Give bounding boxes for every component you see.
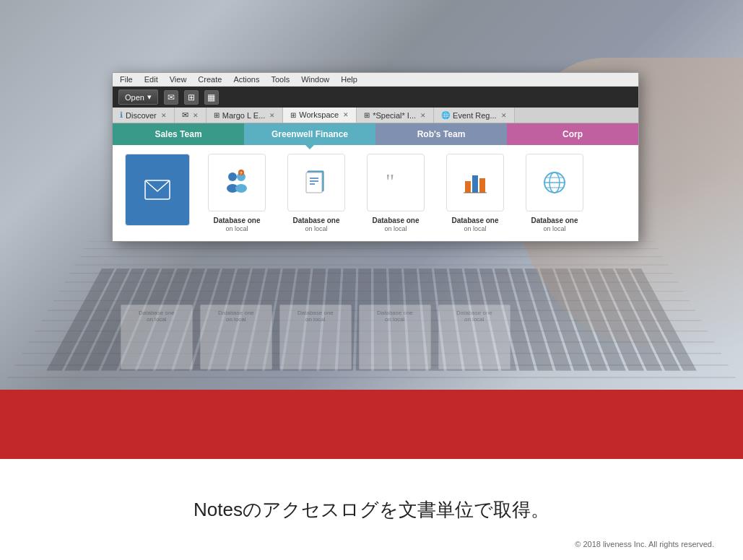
reflection-area: on local Database one on local Database … <box>112 296 639 382</box>
tab-close-event[interactable]: ✕ <box>501 112 507 119</box>
toolbar-calendar-icon[interactable]: ⊞ <box>184 90 199 105</box>
ghost-item-4: on local Database one <box>359 305 431 369</box>
team-tab-corp[interactable]: Corp <box>507 123 638 145</box>
tab-special[interactable]: ⊞ *Special* I... ✕ <box>357 108 434 123</box>
menu-view[interactable]: View <box>168 74 188 84</box>
tab-discover[interactable]: ℹ Discover ✕ <box>113 108 175 123</box>
db-doc-icon <box>287 154 345 211</box>
db-item-globe[interactable]: Database one on local <box>518 154 591 232</box>
tab-event-icon: 🌐 <box>441 111 450 119</box>
tab-close-margo[interactable]: ✕ <box>269 112 275 119</box>
db-item-label-1: Database one <box>213 216 260 225</box>
db-item-label-3: Database one <box>372 216 419 225</box>
tab-workspace-icon: ⊞ <box>290 111 296 119</box>
svg-point-1 <box>228 172 237 181</box>
db-item-label-5: Database one <box>531 216 578 225</box>
toolbar-mail-icon[interactable]: ✉ <box>164 90 178 105</box>
menu-edit[interactable]: Edit <box>143 74 160 84</box>
database-grid: ? Database one on local Database one on … <box>113 145 638 241</box>
db-item-sublabel-1: on local <box>225 225 248 232</box>
db-item-people[interactable]: ? Database one on local <box>201 154 273 232</box>
db-chart-icon <box>446 154 504 211</box>
db-item-sublabel-5: on local <box>543 225 565 232</box>
ghost-row: on local Database one on local Database … <box>112 296 639 378</box>
tab-special-icon: ⊞ <box>364 111 370 119</box>
db-item-sublabel-2: on local <box>305 225 327 232</box>
svg-text:?: ? <box>240 171 243 175</box>
db-quote-icon: " <box>367 154 425 211</box>
svg-rect-15 <box>479 178 485 193</box>
tab-close-mail[interactable]: ✕ <box>193 112 199 119</box>
tab-mail-icon: ✉ <box>182 110 188 120</box>
db-item-label-2: Database one <box>292 216 339 225</box>
db-item-sublabel-3: on local <box>384 225 407 232</box>
subtitle: Notesのアクセスログを文書単位で取得。 <box>179 483 564 537</box>
ghost-item-5: on local Database one <box>438 305 510 369</box>
tab-info-icon: ℹ <box>120 110 123 120</box>
svg-text:": " <box>386 169 394 193</box>
tab-close-discover[interactable]: ✕ <box>161 112 167 119</box>
white-area: Notesのアクセスログを文書単位で取得。 © 2018 liveness In… <box>0 459 743 560</box>
tab-margo[interactable]: ⊞ Margo L E... ✕ <box>207 108 284 123</box>
tab-workspace[interactable]: ⊞ Workspace ✕ <box>283 108 357 123</box>
toolbar: Open ▾ ✉ ⊞ ▦ <box>113 87 638 108</box>
db-item-label-4: Database one <box>451 216 498 225</box>
db-item-chart[interactable]: Database one on local <box>439 154 511 232</box>
ghost-item-3: on local Database one <box>279 305 352 369</box>
menu-tools[interactable]: Tools <box>269 74 291 84</box>
svg-rect-8 <box>306 172 322 193</box>
tab-close-workspace[interactable]: ✕ <box>343 111 349 118</box>
tab-event[interactable]: 🌐 Event Reg... ✕ <box>434 108 515 123</box>
db-featured-icon <box>125 154 190 226</box>
db-item-doc[interactable]: Database one on local <box>280 154 352 232</box>
db-globe-icon <box>526 154 583 211</box>
team-tab-sales[interactable]: Sales Team <box>113 123 244 145</box>
team-tab-robs[interactable]: Rob's Team <box>375 123 507 145</box>
db-item-sublabel-4: on local <box>464 225 486 232</box>
menu-help[interactable]: Help <box>339 74 359 84</box>
menu-file[interactable]: File <box>118 74 134 84</box>
open-button[interactable]: Open ▾ <box>118 89 158 105</box>
tab-close-special[interactable]: ✕ <box>420 112 426 119</box>
team-tab-greenwell[interactable]: Greenwell Finance <box>244 123 375 145</box>
svg-point-4 <box>235 184 247 193</box>
svg-rect-14 <box>472 175 478 193</box>
menu-actions[interactable]: Actions <box>232 74 261 84</box>
tab-mail[interactable]: ✉ ✕ <box>175 108 207 123</box>
tab-bar: ℹ Discover ✕ ✉ ✕ ⊞ Margo L E... ✕ ⊞ Work… <box>113 108 638 123</box>
menu-window[interactable]: Window <box>300 74 331 84</box>
copyright: © 2018 liveness Inc. All rights reserved… <box>0 540 743 548</box>
ghost-item-1: on local Database one <box>121 305 193 369</box>
db-people-icon: ? <box>208 154 266 211</box>
ghost-item-2: on local Database one <box>200 305 272 369</box>
menu-create[interactable]: Create <box>196 74 223 84</box>
app-window: File Edit View Create Actions Tools Wind… <box>112 72 639 242</box>
db-item-featured[interactable] <box>121 154 194 232</box>
svg-rect-13 <box>465 181 471 193</box>
tab-margo-icon: ⊞ <box>214 111 220 119</box>
toolbar-grid-icon[interactable]: ▦ <box>204 90 219 105</box>
team-tabs: Sales Team Greenwell Finance Rob's Team … <box>113 123 638 145</box>
db-item-quote[interactable]: " Database one on local <box>360 154 432 232</box>
menu-bar: File Edit View Create Actions Tools Wind… <box>113 73 638 87</box>
